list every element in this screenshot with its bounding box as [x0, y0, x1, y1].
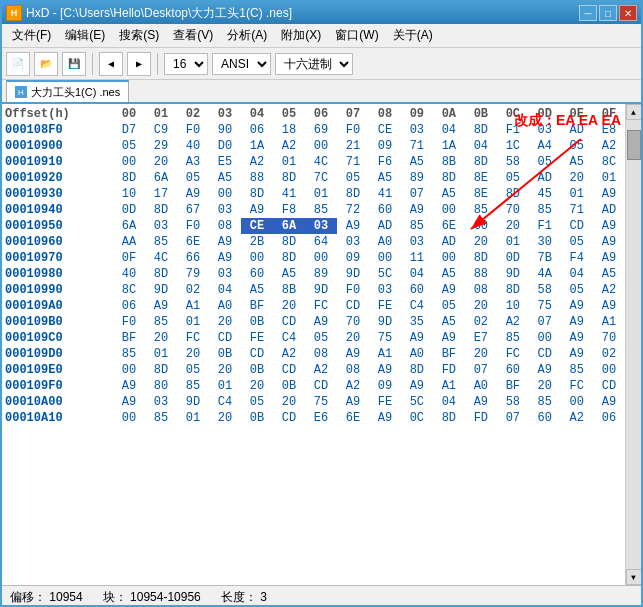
hex-cell[interactable]: 05	[433, 298, 465, 314]
hex-cell[interactable]: 08	[337, 362, 369, 378]
hex-cell[interactable]: A9	[369, 362, 401, 378]
hex-cell[interactable]: 8D	[145, 362, 177, 378]
hex-cell[interactable]: 89	[305, 266, 337, 282]
hex-cell[interactable]: AD	[593, 202, 625, 218]
hex-cell[interactable]: A5	[209, 170, 241, 186]
hex-cell[interactable]: A9	[369, 410, 401, 426]
hex-cell[interactable]: 70	[497, 202, 529, 218]
hex-cell[interactable]: 20	[497, 218, 529, 234]
hex-cell[interactable]: 69	[305, 122, 337, 138]
hex-cell[interactable]: 7B	[529, 250, 561, 266]
hex-cell[interactable]: 8C	[593, 154, 625, 170]
hex-cell[interactable]: 1C	[497, 138, 529, 154]
hex-cell[interactable]: 20	[209, 362, 241, 378]
hex-cell[interactable]: 05	[561, 138, 593, 154]
hex-cell[interactable]: 18	[273, 122, 305, 138]
hex-cell[interactable]: F4	[561, 250, 593, 266]
hex-cell[interactable]: 8D	[465, 250, 497, 266]
hex-cell[interactable]: A9	[337, 394, 369, 410]
hex-cell[interactable]: 8D	[145, 266, 177, 282]
hex-cell[interactable]: C4	[273, 330, 305, 346]
hex-cell[interactable]: FD	[465, 410, 497, 426]
hex-cell[interactable]: 05	[497, 170, 529, 186]
hex-cell[interactable]: FE	[241, 330, 273, 346]
hex-cell[interactable]: 88	[465, 266, 497, 282]
hex-cell[interactable]: 05	[177, 362, 209, 378]
table-row[interactable]: 000109908C9D0204A58B9DF00360A9088D5805A2	[2, 282, 625, 298]
hex-cell[interactable]: CD	[273, 410, 305, 426]
hex-cell[interactable]: 01	[305, 186, 337, 202]
hex-cell[interactable]: A2	[593, 138, 625, 154]
hex-cell[interactable]: A2	[593, 282, 625, 298]
hex-cell[interactable]: A9	[145, 298, 177, 314]
hex-cell[interactable]: 00	[305, 138, 337, 154]
table-row[interactable]: 000109F0A9808501200BCDA209A9A1A0BF20FCCD	[2, 378, 625, 394]
hex-cell[interactable]: 0C	[401, 410, 433, 426]
hex-cell[interactable]: 35	[401, 314, 433, 330]
hex-cell[interactable]: 01	[177, 314, 209, 330]
hex-cell[interactable]: CD	[529, 346, 561, 362]
hex-cell[interactable]: 05	[241, 394, 273, 410]
hex-cell[interactable]: 8B	[433, 154, 465, 170]
hex-cell[interactable]: 9D	[145, 282, 177, 298]
hex-cell[interactable]: 90	[209, 122, 241, 138]
hex-cell[interactable]: 04	[465, 138, 497, 154]
scrollbar-track[interactable]	[626, 120, 641, 569]
hex-cell[interactable]: E5	[209, 154, 241, 170]
hex-cell[interactable]: 02	[465, 314, 497, 330]
hex-cell[interactable]: 1A	[433, 138, 465, 154]
scrollbar[interactable]: ▲ ▼	[625, 104, 641, 585]
hex-cell[interactable]: 8D	[273, 250, 305, 266]
hex-cell[interactable]: 06	[113, 298, 145, 314]
hex-cell[interactable]: 85	[145, 234, 177, 250]
hex-cell[interactable]: 6E	[433, 218, 465, 234]
hex-cell[interactable]: 41	[369, 186, 401, 202]
hex-cell[interactable]: 03	[145, 394, 177, 410]
hex-cell[interactable]: A9	[209, 250, 241, 266]
hex-cell[interactable]: 01	[145, 346, 177, 362]
hex-cell[interactable]: CD	[273, 362, 305, 378]
hex-cell[interactable]: 9D	[497, 266, 529, 282]
hex-cell[interactable]: A2	[337, 378, 369, 394]
hex-cell[interactable]: A1	[593, 314, 625, 330]
hex-cell[interactable]: 5C	[401, 394, 433, 410]
hex-cell[interactable]: A9	[305, 314, 337, 330]
hex-cell[interactable]: 03	[209, 266, 241, 282]
selected-ce-cell[interactable]: CE	[241, 218, 273, 234]
hex-cell[interactable]: 75	[369, 330, 401, 346]
hex-cell[interactable]: 05	[561, 282, 593, 298]
hex-cell[interactable]: AD	[369, 218, 401, 234]
hex-cell[interactable]: F0	[177, 218, 209, 234]
hex-cell[interactable]: C4	[209, 394, 241, 410]
hex-cell[interactable]: 20	[145, 330, 177, 346]
hex-cell[interactable]: 03	[337, 234, 369, 250]
hex-cell[interactable]: 00	[241, 250, 273, 266]
hex-cell[interactable]: 00	[113, 154, 145, 170]
hex-cell[interactable]: A5	[593, 266, 625, 282]
hex-cell[interactable]: A9	[113, 378, 145, 394]
hex-cell[interactable]: 9D	[305, 282, 337, 298]
hex-cell[interactable]: F8	[273, 202, 305, 218]
hex-cell[interactable]: 6A	[273, 218, 305, 234]
hex-cell[interactable]: 4A	[529, 266, 561, 282]
menu-about[interactable]: 关于(A)	[387, 25, 439, 46]
table-row[interactable]: 00010980408D790360A5899D5C04A5889D4A04A5	[2, 266, 625, 282]
table-row[interactable]: 000109B0F08501200BCDA9709D35A502A207A9A1	[2, 314, 625, 330]
scroll-down-button[interactable]: ▼	[626, 569, 642, 585]
hex-cell[interactable]: 0D	[113, 202, 145, 218]
hex-cell[interactable]: A9	[561, 330, 593, 346]
hex-cell[interactable]: 07	[465, 362, 497, 378]
hex-cell[interactable]: 0F	[113, 250, 145, 266]
hex-cell[interactable]: 07	[497, 410, 529, 426]
hex-cell[interactable]: 8D	[337, 186, 369, 202]
menu-file[interactable]: 文件(F)	[6, 25, 57, 46]
hex-cell[interactable]: A2	[273, 138, 305, 154]
hex-cell[interactable]: 04	[401, 266, 433, 282]
hex-cell[interactable]: 85	[529, 394, 561, 410]
hex-cell[interactable]: 85	[497, 330, 529, 346]
hex-cell[interactable]: 03	[305, 218, 337, 234]
hex-cell[interactable]: FC	[177, 330, 209, 346]
undo-button[interactable]: ◀	[99, 52, 123, 76]
menu-edit[interactable]: 编辑(E)	[59, 25, 111, 46]
hex-cell[interactable]: FD	[433, 362, 465, 378]
